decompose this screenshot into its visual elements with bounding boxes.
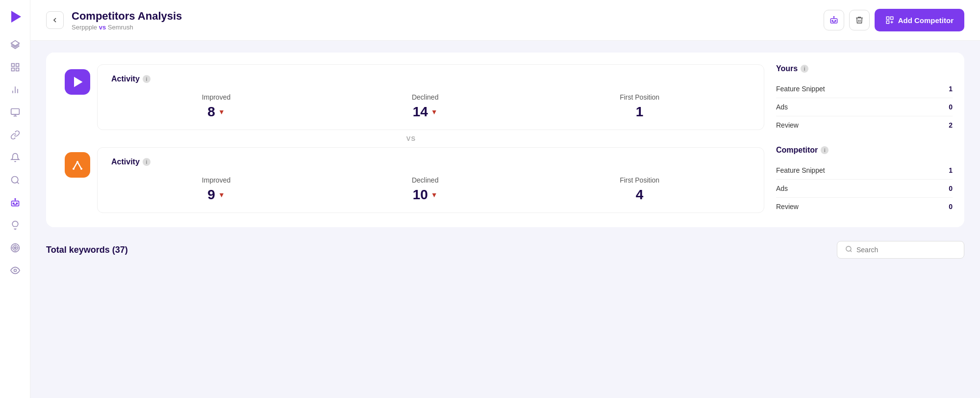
competitor-improved-stat: Improved 9 ▼: [202, 176, 230, 203]
svg-point-31: [832, 20, 833, 21]
yours-stats-info-icon[interactable]: i: [801, 65, 808, 73]
competitor-activity-content: Activity i Improved 9 ▼: [97, 147, 764, 213]
svg-point-32: [835, 20, 836, 21]
svg-point-43: [80, 168, 82, 170]
yours-declined-value: 14 ▼: [412, 104, 438, 120]
page-title: Competitors Analysis: [72, 10, 182, 23]
svg-rect-35: [890, 17, 893, 19]
competitor-first-position-value: 4: [620, 187, 659, 203]
yours-feature-snippet-label: Feature Snippet: [776, 85, 825, 93]
svg-point-25: [14, 247, 16, 248]
svg-rect-5: [16, 68, 19, 71]
yours-improved-label: Improved: [202, 93, 230, 101]
subtitle-yours: Serppple: [72, 24, 97, 31]
yours-activity-block: Activity i Improved 8 ▼: [97, 64, 764, 130]
svg-point-41: [76, 161, 78, 163]
competitor-feature-snippet-value: 1: [949, 166, 953, 174]
sidebar-item-notification[interactable]: [6, 148, 25, 167]
content-area: Activity i Improved 8 ▼: [30, 41, 980, 398]
header-subtitle: Serppple vs Semrush: [72, 24, 182, 31]
yours-review-row: Review 2: [776, 116, 953, 134]
subtitle-vs: vs: [99, 24, 108, 31]
yours-review-value: 2: [949, 121, 953, 129]
sidebar-item-monitor[interactable]: [6, 103, 25, 122]
svg-point-24: [13, 245, 18, 250]
yours-feature-snippet-row: Feature Snippet 1: [776, 80, 953, 98]
yours-activity-label: Activity: [111, 75, 140, 83]
header-title-block: Competitors Analysis Serppple vs Semrush: [72, 10, 182, 31]
svg-point-12: [11, 177, 18, 183]
comparison-grid: Activity i Improved 8 ▼: [58, 64, 953, 215]
add-competitor-button[interactable]: Add Competitor: [875, 9, 964, 31]
search-input[interactable]: [856, 246, 956, 254]
svg-line-45: [850, 250, 852, 252]
competitor-ads-label: Ads: [776, 185, 788, 192]
keywords-title: Total keywords (37): [46, 245, 128, 255]
yours-activity-info-icon[interactable]: i: [143, 75, 151, 83]
robot-icon-button[interactable]: [824, 10, 844, 30]
keywords-row: Total keywords (37): [46, 237, 964, 263]
svg-line-13: [17, 182, 19, 184]
sidebar-item-robot[interactable]: [6, 193, 25, 212]
competitor-stats-block: Competitor i Feature Snippet 1 Ads 0 R: [776, 146, 953, 215]
main-panel: Activity i Improved 8 ▼: [46, 53, 964, 227]
svg-point-18: [13, 203, 14, 204]
yours-ads-value: 0: [949, 103, 953, 111]
sidebar-item-eye[interactable]: [6, 261, 25, 280]
sidebar-item-chart[interactable]: [6, 80, 25, 99]
sidebar-item-lightbulb[interactable]: [6, 216, 25, 235]
header-actions: Add Competitor: [824, 9, 964, 31]
svg-marker-0: [11, 11, 21, 23]
back-button[interactable]: [46, 11, 64, 29]
competitor-activity-block: Activity i Improved 9 ▼: [97, 147, 764, 213]
yours-activity-content: Activity i Improved 8 ▼: [97, 64, 764, 130]
competitor-activity-info-icon[interactable]: i: [143, 158, 151, 166]
delete-button[interactable]: [849, 10, 870, 30]
sidebar: [0, 0, 30, 398]
competitor-ads-value: 0: [949, 185, 953, 192]
yours-ads-row: Ads 0: [776, 98, 953, 116]
yours-declined-arrow: ▼: [431, 108, 438, 116]
svg-rect-36: [886, 21, 889, 24]
sidebar-item-search[interactable]: [6, 171, 25, 189]
svg-rect-9: [11, 109, 19, 115]
svg-point-15: [15, 199, 16, 200]
svg-point-19: [16, 203, 18, 204]
competitor-improved-arrow: ▼: [218, 191, 225, 199]
svg-marker-39: [74, 77, 83, 87]
yours-first-position-stat: First Position 1: [620, 93, 659, 120]
yours-feature-snippet-value: 1: [949, 85, 953, 93]
vs-divider: VS: [58, 130, 764, 147]
svg-rect-3: [16, 64, 19, 67]
yours-declined-label: Declined: [412, 93, 438, 101]
svg-point-44: [846, 246, 851, 251]
competitor-declined-arrow: ▼: [431, 191, 438, 199]
competitor-improved-label: Improved: [202, 176, 230, 184]
competitor-declined-stat: Declined 10 ▼: [412, 176, 438, 203]
svg-rect-2: [11, 64, 14, 67]
yours-declined-stat: Declined 14 ▼: [412, 93, 438, 120]
svg-point-42: [73, 168, 75, 170]
competitor-declined-value: 10 ▼: [412, 187, 438, 203]
sidebar-item-dashboard[interactable]: [6, 58, 25, 77]
competitor-first-position-label: First Position: [620, 176, 659, 184]
yours-first-position-label: First Position: [620, 93, 659, 101]
competitor-stats-title: Competitor i: [776, 146, 953, 155]
competitor-first-position-stat: First Position 4: [620, 176, 659, 203]
sidebar-item-radar[interactable]: [6, 239, 25, 257]
competitor-icon-col: [58, 147, 97, 180]
svg-rect-34: [886, 17, 889, 19]
yours-improved-stat: Improved 8 ▼: [202, 93, 230, 120]
competitor-activity-stats: Improved 9 ▼ Declined: [111, 176, 750, 203]
yours-improved-value: 8 ▼: [202, 104, 230, 120]
competitor-icon: [65, 152, 90, 178]
competitor-improved-value: 9 ▼: [202, 187, 230, 203]
search-box[interactable]: [837, 241, 964, 259]
competitor-review-label: Review: [776, 203, 799, 211]
yours-stats-title: Yours i: [776, 64, 953, 73]
sidebar-item-layers[interactable]: [6, 35, 25, 54]
yours-stats-block: Yours i Feature Snippet 1 Ads 0 Review: [776, 64, 953, 134]
sidebar-item-link[interactable]: [6, 126, 25, 144]
competitor-stats-info-icon[interactable]: i: [821, 146, 829, 154]
competitor-ads-row: Ads 0: [776, 180, 953, 198]
